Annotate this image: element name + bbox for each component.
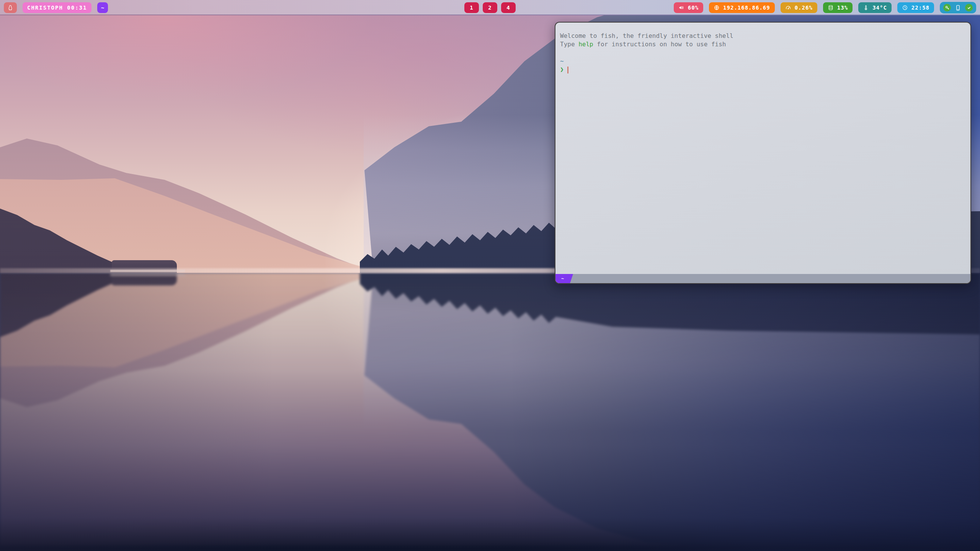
bar-left-group: CHRISTOPH 00:31 ~ (4, 2, 108, 13)
network-ip-value: 192.168.86.69 (723, 5, 770, 11)
workspace-label: 4 (506, 5, 510, 11)
launcher-button[interactable] (4, 2, 17, 13)
status-bar: CHRISTOPH 00:31 ~ 1 2 4 60% 192.168.86.6… (0, 0, 980, 15)
user-uptime-badge: CHRISTOPH 00:31 (23, 2, 91, 13)
gauge-icon (785, 5, 791, 11)
workspace-switcher: 1 2 4 (464, 0, 516, 15)
workspace-label: 1 (470, 5, 473, 11)
tux-icon (7, 5, 13, 11)
sync-status-tray-button[interactable] (965, 4, 973, 11)
wallpaper-reflection-mirror (0, 273, 980, 546)
bar-right-group: 60% 192.168.86.69 0.26% 13% (674, 2, 976, 13)
terminal-tab-home[interactable]: ~ (555, 274, 573, 283)
prompt-line: ❯ (560, 65, 970, 74)
fish-greeting-line1: Welcome to fish, the friendly interactiv… (560, 32, 970, 40)
check-icon (967, 5, 972, 10)
greeting-text: Type (560, 41, 578, 48)
help-keyword: help (578, 41, 593, 48)
volume-icon (678, 5, 684, 11)
terminal-tab-bar: ~ (555, 274, 970, 283)
memory-icon (828, 5, 834, 11)
terminal-output[interactable]: Welcome to fish, the friendly interactiv… (555, 23, 970, 274)
wallpaper-water (0, 273, 980, 551)
desktop: CHRISTOPH 00:31 ~ 1 2 4 60% 192.168.86.6… (0, 0, 980, 551)
blank-line (560, 49, 970, 57)
user-uptime-label: CHRISTOPH 00:31 (27, 5, 87, 11)
temperature-value: 34°C (872, 5, 887, 11)
globe-icon (714, 5, 720, 11)
volume-module[interactable]: 60% (674, 2, 703, 13)
prompt-path: ~ (560, 57, 970, 65)
terminal-cursor (567, 67, 568, 73)
cpu-module: 0.26% (781, 2, 817, 13)
system-tray (940, 2, 976, 13)
workspace-button-2[interactable]: 2 (483, 2, 497, 13)
key-icon (945, 5, 950, 10)
clock-module[interactable]: 22:58 (897, 2, 934, 13)
terminal-window: Welcome to fish, the friendly interactiv… (555, 22, 971, 284)
window-title-label: ~ (101, 5, 105, 11)
keepass-tray-button[interactable] (943, 4, 951, 11)
workspace-button-1[interactable]: 1 (464, 2, 479, 13)
prompt-char: ❯ (560, 66, 564, 73)
clock-value: 22:58 (911, 5, 929, 11)
kdeconnect-tray-button[interactable] (955, 5, 961, 11)
memory-module: 13% (823, 2, 853, 13)
fish-greeting-line2: Type help for instructions on how to use… (560, 40, 970, 49)
terminal-tab-label: ~ (561, 276, 564, 281)
network-module: 192.168.86.69 (709, 2, 775, 13)
workspace-label: 2 (488, 5, 492, 11)
temperature-module: 34°C (858, 2, 892, 13)
clock-icon (902, 5, 908, 11)
phone-icon (955, 5, 961, 11)
window-title-badge: ~ (97, 2, 108, 13)
thermometer-icon (863, 5, 869, 11)
greeting-text: for instructions on how to use fish (593, 41, 726, 48)
memory-value: 13% (837, 5, 848, 11)
cpu-value: 0.26% (795, 5, 813, 11)
volume-value: 60% (688, 5, 699, 11)
workspace-button-4[interactable]: 4 (501, 2, 516, 13)
